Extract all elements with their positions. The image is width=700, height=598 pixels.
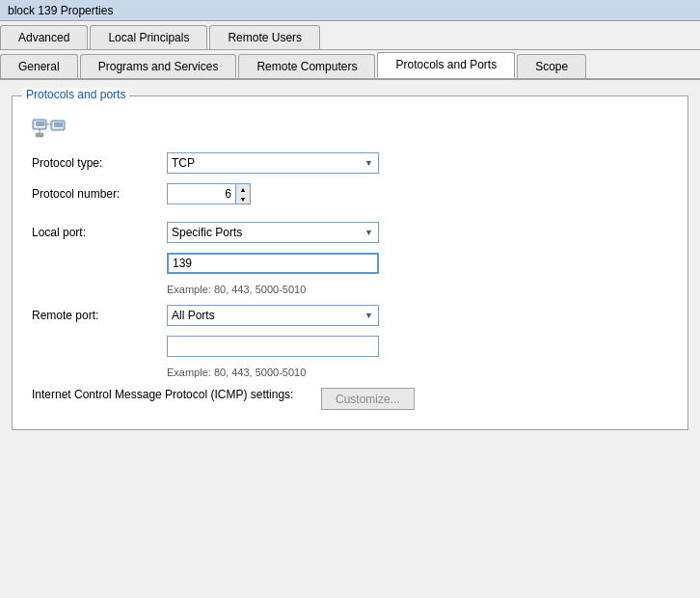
remote-port-select-wrapper[interactable]: All Ports Specific Ports bbox=[167, 305, 379, 326]
title-bar: block 139 Properties bbox=[0, 0, 700, 21]
header-row bbox=[32, 112, 668, 139]
protocols-ports-group: Protocols and ports Protocol type: TCP bbox=[12, 95, 688, 430]
title-text: block 139 Properties bbox=[8, 4, 113, 17]
remote-port-label: Remote port: bbox=[32, 309, 167, 322]
tab-remote-users[interactable]: Remote Users bbox=[209, 25, 320, 49]
tab-programs-services[interactable]: Programs and Services bbox=[80, 54, 237, 78]
protocol-number-row: Protocol number: 6 ▲ ▼ bbox=[32, 183, 668, 204]
spin-down-button[interactable]: ▼ bbox=[236, 194, 250, 204]
local-port-example: Example: 80, 443, 5000-5010 bbox=[167, 284, 668, 295]
remote-port-select[interactable]: All Ports Specific Ports bbox=[167, 305, 379, 326]
remote-port-row: Remote port: All Ports Specific Ports bbox=[32, 305, 668, 326]
tab-advanced[interactable]: Advanced bbox=[0, 25, 88, 49]
network-icon bbox=[32, 112, 67, 139]
protocol-number-input[interactable]: 6 bbox=[167, 183, 236, 204]
protocol-type-label: Protocol type: bbox=[32, 156, 167, 170]
tab-general[interactable]: General bbox=[0, 54, 78, 78]
protocol-type-select[interactable]: TCP UDP Any ICMP Custom bbox=[167, 152, 379, 174]
icmp-row: Internet Control Message Protocol (ICMP)… bbox=[32, 388, 668, 410]
content-area: Protocols and ports Protocol type: TCP bbox=[0, 80, 700, 442]
tab-scope[interactable]: Scope bbox=[517, 54, 586, 78]
protocol-type-row: Protocol type: TCP UDP Any ICMP Custom bbox=[32, 152, 668, 174]
remote-port-example: Example: 80, 443, 5000-5010 bbox=[167, 367, 668, 378]
tab-row-top: Advanced Local Principals Remote Users bbox=[0, 21, 700, 50]
protocol-type-select-wrapper[interactable]: TCP UDP Any ICMP Custom bbox=[167, 152, 379, 174]
tab-protocols-ports[interactable]: Protocols and Ports bbox=[377, 52, 515, 78]
local-port-row: Local port: Any Port Specific Ports Dyna… bbox=[32, 222, 668, 243]
protocol-number-wrapper: 6 ▲ ▼ bbox=[167, 183, 251, 204]
remote-port-input[interactable] bbox=[167, 336, 379, 357]
svg-rect-2 bbox=[36, 122, 44, 126]
spin-up-button[interactable]: ▲ bbox=[236, 184, 250, 194]
customize-button[interactable]: Customize... bbox=[321, 388, 415, 410]
tab-row-bottom: General Programs and Services Remote Com… bbox=[0, 50, 700, 80]
local-port-select[interactable]: Any Port Specific Ports Dynamic RPC IPHT… bbox=[167, 222, 379, 243]
group-label: Protocols and ports bbox=[22, 88, 129, 101]
local-port-label: Local port: bbox=[32, 226, 167, 239]
svg-rect-6 bbox=[54, 122, 63, 127]
protocol-number-label: Protocol number: bbox=[32, 187, 167, 201]
svg-rect-8 bbox=[36, 133, 43, 137]
local-port-input[interactable] bbox=[167, 253, 379, 274]
spin-buttons: ▲ ▼ bbox=[236, 183, 251, 204]
local-port-input-row bbox=[32, 253, 668, 274]
local-port-select-wrapper[interactable]: Any Port Specific Ports Dynamic RPC IPHT… bbox=[167, 222, 379, 243]
icmp-label: Internet Control Message Protocol (ICMP)… bbox=[32, 388, 321, 401]
tab-local-principals[interactable]: Local Principals bbox=[90, 25, 207, 49]
tab-remote-computers[interactable]: Remote Computers bbox=[238, 54, 375, 78]
remote-port-input-row bbox=[32, 336, 668, 357]
